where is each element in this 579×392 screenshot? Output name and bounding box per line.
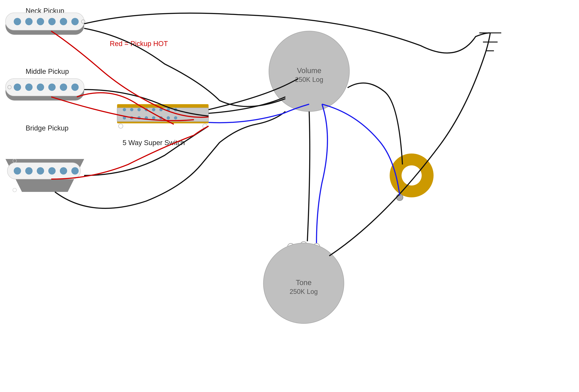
mid-pole-1 [14,84,21,91]
neck-pole-4 [48,18,56,25]
output-jack-hole [402,166,422,185]
svg-diagram: Volume 250K Log Tone 250K Log [0,0,579,392]
bridge-pole-1 [14,167,21,174]
mid-pole-3 [37,84,44,91]
bridge-pole-4 [48,167,56,174]
sw-contact-b5 [152,116,155,119]
bridge-pole-6 [71,167,79,174]
neck-pole-6 [71,18,79,25]
wire-tone-ground-black [329,33,490,256]
vol-pot-value: 250K Log [295,76,323,83]
neck-pole-1 [14,18,21,25]
bridge-pole-3 [37,167,44,174]
tone-pot-value: 250K Log [290,288,318,295]
mid-pole-5 [60,84,67,91]
wiring-diagram: Neck Pickup Middle Pickup Bridge Pickup … [0,0,579,392]
mid-pole-4 [48,84,56,91]
neck-pole-3 [37,18,44,25]
tone-pot-label: Tone [296,279,312,286]
sw-contact-t3 [137,108,141,111]
wire-bridge-black-1 [84,126,209,175]
bridge-pole-5 [60,167,67,174]
neck-pole-2 [25,18,33,25]
neck-pole-5 [60,18,67,25]
vol-pot-label: Volume [297,66,321,75]
wire-bridge-black-2 [55,112,285,208]
mid-pole-2 [25,84,33,91]
wire-vol-jack-black [348,83,402,165]
sw-contact-t2 [130,108,133,111]
sw-contact-t1 [123,108,126,111]
mid-pole-6 [71,84,79,91]
sw-contact-b8 [174,116,177,119]
wire-vol-jack-blue [322,104,400,196]
sw-screw-l [119,124,123,128]
wire-vol-tone-black [307,112,310,241]
bridge-pole-2 [25,167,33,174]
sw-contact-b7 [167,116,170,119]
wire-vol-tone-blue [316,104,327,243]
bridge-screw-bl [13,188,16,192]
sw-contact-t5 [152,108,155,111]
